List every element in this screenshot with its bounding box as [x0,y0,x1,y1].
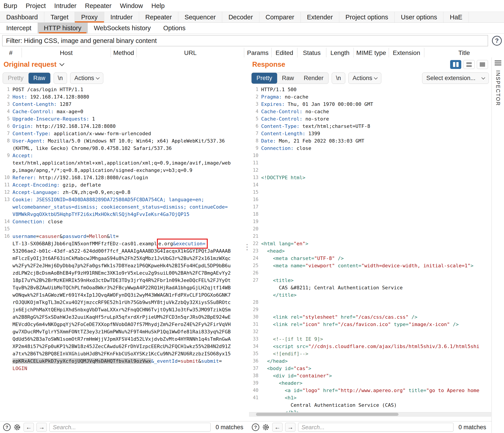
sub-tab-bar: Intercept HTTP history WebSockets histor… [0,23,504,34]
response-newline-toggle[interactable]: \n [332,72,345,84]
layout-rows-button[interactable] [463,60,475,69]
inspector-panel: INSPECTOR [492,57,504,433]
code-line: 4Cache-Control: max-age=0 [1,108,245,115]
response-render-tab[interactable]: Render [299,73,329,84]
code-line: mFlczEyOIj3t6AF63inCkMabcwJMhgaaS94u8%2F… [1,255,245,262]
request-search-prev-button[interactable]: ← [24,423,34,432]
filter-text: Filter: Hiding CSS, image and general bi… [6,37,157,44]
code-line: 20 [250,225,492,233]
code-line: 21 [250,233,492,240]
response-search-prev-button[interactable]: ← [272,423,282,432]
subtab-intercept[interactable]: Intercept [0,23,38,33]
response-actions-button[interactable]: Actions [348,72,382,84]
tab-proxy[interactable]: Proxy [75,12,104,22]
tab-dashboard[interactable]: Dashboard [0,12,44,22]
request-editor[interactable]: 1POST /cas/login HTTP/1.12Host: 192.168.… [0,85,245,421]
col-extension[interactable]: Extension [389,48,424,58]
code-line: 7Content-Type: application/x-www-form-ur… [1,130,245,137]
col-number[interactable]: # [0,48,22,58]
chevron-down-icon[interactable] [59,61,64,66]
filter-row: Filter: Hiding CSS, image and general bi… [0,34,504,48]
col-status[interactable]: Status [297,48,326,58]
tab-project-options[interactable]: Project options [339,12,395,22]
request-raw-tab[interactable]: Raw [28,73,50,84]
select-extension-dropdown[interactable]: Select extension... [422,72,489,84]
menu-help[interactable]: Help [151,2,165,9]
request-search-next-button[interactable]: → [36,423,47,432]
tab-sequencer[interactable]: Sequencer [178,12,222,22]
response-search-input[interactable] [298,423,453,432]
tab-user-options[interactable]: User options [395,12,444,22]
response-raw-tab[interactable]: Raw [277,73,299,84]
response-toolbar: Pretty Raw Render \n Actions Select exte… [249,72,492,85]
col-url[interactable]: URL [137,48,244,58]
response-search-settings-gear-icon[interactable] [262,424,270,431]
code-line: 29 [250,306,492,313]
col-edited[interactable]: Edited [272,48,297,58]
chevron-down-icon [482,76,485,80]
menu-repeater[interactable]: Repeater [85,2,111,9]
response-search-bar: ? ← → 0 matches [249,421,492,433]
col-length[interactable]: Length [326,48,354,58]
menu-bar: Burp Project Intruder Repeater Window He… [0,0,504,12]
tab-decoder[interactable]: Decoder [222,12,259,22]
tab-hae[interactable]: HaE [443,12,468,22]
subtab-options[interactable]: Options [157,23,192,33]
code-line: 19 [250,218,492,225]
response-search-help-icon[interactable]: ? [252,424,259,431]
request-search-input[interactable] [49,423,211,432]
layout-single-button[interactable] [477,60,488,69]
subtab-http-history[interactable]: HTTP history [38,23,88,33]
code-line: 23 <head> [250,247,492,255]
tab-comparer[interactable]: Comparer [259,12,301,22]
menu-intruder[interactable]: Intruder [54,2,77,9]
request-toolbar: Pretty Raw \n Actions [0,72,245,85]
code-line: 33 <!--[if lt IE 9]> [250,335,492,343]
layout-columns-button[interactable] [450,60,461,69]
col-mime-type[interactable]: MIME type [354,48,389,58]
response-hscrollbar[interactable] [249,412,491,416]
col-host[interactable]: Host [22,48,111,58]
code-line: 4Cache-Control: no-cache [250,108,492,115]
response-editor[interactable]: 1HTTP/1.1 5002Pragma: no-cache3Expires: … [249,85,492,421]
inspector-label[interactable]: INSPECTOR [495,70,501,106]
request-pane-title[interactable]: Original request [4,61,56,69]
code-line: 5Upgrade-Insecure-Requests: 1 [1,115,245,122]
code-line: 17 [250,203,492,211]
col-params[interactable]: Params [244,48,272,58]
request-search-bar: ? ← → 0 matches [0,421,249,433]
code-line: 14 [250,181,492,189]
inspector-collapse-icon[interactable] [495,60,501,66]
response-view-toggle: Pretty Raw Render [251,72,329,84]
menu-window[interactable]: Window [120,2,143,9]
pane-divider[interactable]: ⋮ [245,57,249,421]
tab-intruder[interactable]: Intruder [104,12,139,22]
response-pretty-tab[interactable]: Pretty [252,73,277,84]
response-search-next-button[interactable]: → [285,423,295,432]
request-search-help-icon[interactable]: ? [3,424,11,431]
code-line: (KHTML, like Gecko) Chrome/98.0.4758.102… [1,145,245,152]
col-method[interactable]: Method [111,48,137,58]
code-line: 11 [250,159,492,167]
request-search-settings-gear-icon[interactable] [13,424,21,431]
code-line: TqvB%2BvBZAwUibMoTQChPLfmOoa8Wkr3%2FBcyW… [1,284,245,291]
code-line: 30 <link rel="stylesheet" href="/cas/css… [250,313,492,321]
subtab-websockets-history[interactable]: WebSockets history [88,23,157,33]
code-line: </title> [250,291,492,299]
tab-repeater[interactable]: Repeater [139,12,178,22]
code-line: jx6EjchPhMaXtQEHpiXhdSnbxgVbDTwaLXXxr%2F… [1,306,245,313]
col-title[interactable]: Title [424,48,504,58]
menu-burp[interactable]: Burp [4,2,17,9]
tab-target[interactable]: Target [44,12,75,22]
burp-window: Burp Project Intruder Repeater Window He… [0,0,504,58]
code-line: 13Cookie: JSESSIONID=84D8DA888289DA72580… [1,196,245,203]
response-pane-title[interactable]: Response [252,61,285,69]
response-hscrollbar-thumb[interactable] [256,413,398,416]
filter-bar[interactable]: Filter: Hiding CSS, image and general bi… [2,35,488,46]
request-actions-button[interactable]: Actions [70,72,103,84]
tab-extender[interactable]: Extender [301,12,339,22]
request-pretty-tab[interactable]: Pretty [3,73,28,84]
menu-project[interactable]: Project [26,2,46,9]
filter-help-icon[interactable]: ? [492,36,502,46]
request-newline-toggle[interactable]: \n [54,72,67,84]
